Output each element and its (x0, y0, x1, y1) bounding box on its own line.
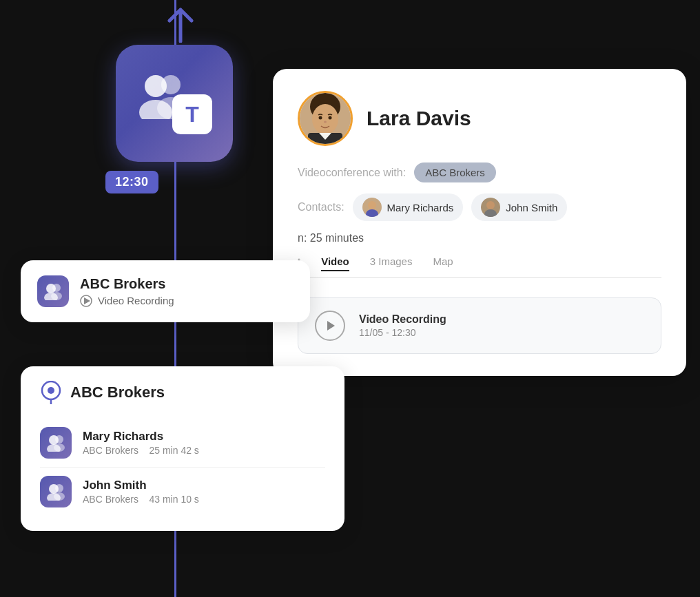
popup-video-subtitle-row: Video Recording (80, 295, 174, 307)
john-smith-chip[interactable]: John Smith (471, 193, 567, 221)
teams-t-letter: T (172, 94, 212, 134)
mary-avatar (362, 198, 382, 217)
popup-list-title: ABC Brokers (70, 384, 165, 401)
svg-point-8 (319, 116, 322, 120)
svg-point-25 (48, 387, 54, 394)
videoconference-label: Videoconference with: (298, 167, 406, 179)
arrow-up-icon (165, 7, 196, 49)
svg-point-15 (486, 201, 495, 209)
svg-point-29 (49, 435, 59, 445)
tab-map[interactable]: Map (433, 255, 453, 271)
tabs-row: t Video 3 Images Map (298, 255, 661, 278)
mary-info: Mary Richards ABC Brokers 25 min 42 s (83, 430, 199, 456)
svg-marker-23 (84, 297, 90, 304)
time-badge: 12:30 (105, 171, 158, 193)
contact-name: Lara Davis (367, 107, 471, 130)
mary-sub: ABC Brokers 25 min 42 s (83, 445, 199, 456)
john-info: John Smith ABC Brokers 43 min 10 s (83, 479, 199, 505)
location-icon (40, 381, 62, 404)
teams-mini-icon-video (37, 275, 69, 307)
popup-list-header: ABC Brokers (40, 381, 325, 404)
list-item[interactable]: John Smith ABC Brokers 43 min 10 s (40, 468, 325, 516)
svg-point-6 (312, 104, 338, 134)
broker-badge: ABC Brokers (414, 163, 496, 182)
duration-row: n: 25 minutes (298, 232, 661, 244)
tab-video[interactable]: Video (321, 255, 349, 271)
svg-point-9 (329, 116, 332, 120)
tab-images[interactable]: 3 Images (370, 255, 413, 271)
mary-richards-chip[interactable]: Mary Richards (353, 193, 464, 221)
teams-mini-icon-mary (40, 427, 72, 459)
teams-mini-icon-john (40, 476, 72, 507)
videoconference-row: Videoconference with: ABC Brokers (298, 163, 661, 182)
john-name: John Smith (83, 479, 199, 492)
svg-marker-17 (327, 321, 335, 331)
svg-point-10 (324, 121, 327, 123)
scene: T 12:30 (0, 0, 700, 597)
lara-davis-avatar (298, 91, 353, 146)
video-recording-date: 11/05 - 12:30 (359, 327, 446, 338)
duration-text: n: 25 minutes (298, 232, 364, 244)
teams-icon-box: T (116, 45, 233, 162)
popup-video-card: ABC Brokers Video Recording (21, 260, 310, 322)
svg-point-2 (145, 75, 167, 97)
popup-list-card: ABC Brokers Mary Richards ABC Brokers 25… (21, 366, 344, 531)
svg-point-33 (49, 484, 59, 494)
video-info-block: Video Recording 11/05 - 12:30 (359, 313, 446, 338)
play-button[interactable] (315, 311, 345, 341)
contact-card-header: Lara Davis (298, 91, 661, 146)
video-recording-card[interactable]: Video Recording 11/05 - 12:30 (298, 297, 661, 354)
john-sub: ABC Brokers 43 min 10 s (83, 494, 199, 505)
john-avatar (481, 198, 500, 217)
popup-video-title: ABC Brokers (80, 276, 174, 292)
contact-card: Lara Davis Videoconference with: ABC Bro… (273, 69, 686, 376)
mary-richards-name: Mary Richards (387, 202, 454, 213)
svg-point-20 (46, 284, 56, 293)
popup-video-text: ABC Brokers Video Recording (80, 276, 174, 307)
contacts-row: Contacts: Mary Richards (298, 193, 661, 221)
video-recording-title: Video Recording (359, 313, 446, 326)
popup-video-subtitle: Video Recording (98, 295, 174, 306)
svg-point-12 (368, 201, 376, 209)
john-smith-name: John Smith (506, 202, 557, 213)
list-item[interactable]: Mary Richards ABC Brokers 25 min 42 s (40, 419, 325, 468)
mary-name: Mary Richards (83, 430, 199, 443)
contacts-label: Contacts: (298, 201, 344, 213)
